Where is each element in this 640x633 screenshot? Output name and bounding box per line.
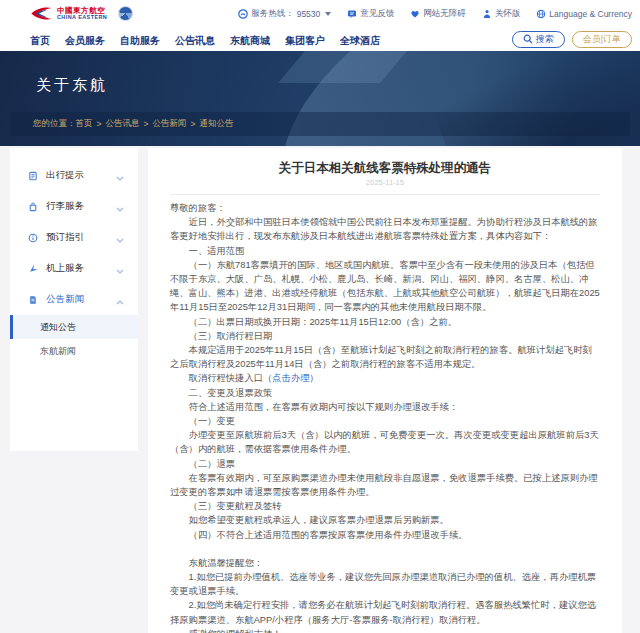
chevron-up-icon	[116, 291, 124, 309]
nav-item: 自助服务	[120, 30, 160, 48]
toplink-language-currency[interactable]: Language & Currency	[536, 8, 632, 20]
nav-item: 集团客户	[285, 30, 325, 48]
chevron-down-icon	[116, 229, 124, 247]
nav-item: 全球酒店	[340, 30, 380, 48]
main-navbar: 首页会员服务自助服务公告讯息东航商城集团客户全球酒店 搜索 会员|订单	[0, 27, 640, 51]
paragraph-text: ）	[309, 373, 318, 383]
sidebar-item-onboard-services[interactable]: 机上服务	[10, 253, 138, 284]
sidebar-subitem-notices[interactable]: 通知公告	[10, 315, 138, 339]
heart-icon	[410, 9, 420, 19]
caret-down-icon	[325, 12, 331, 16]
logo-name-en: CHINA EASTERN	[57, 15, 107, 21]
article-paragraph: （一）变更	[170, 414, 600, 428]
cancel-itinerary-link[interactable]: 点击办理	[272, 373, 309, 383]
nav-item-link[interactable]: 公告讯息	[175, 35, 215, 46]
breadcrumb-link[interactable]: 首页	[76, 118, 93, 130]
article-paragraph: 办理变更至原航班前后3天（含）以内的航班，可免费变更一次。再次变更或变更超出原航…	[170, 428, 600, 456]
chevron-down-icon	[116, 260, 124, 278]
sidebar: 出行提示行李服务预订指引机上服务公告新闻 通知公告东航新闻	[10, 148, 138, 451]
article-paragraph: （一）东航781客票填开的国际、地区或国内航班。客票中至少含有一段未使用的涉及日…	[170, 258, 600, 315]
article-paragraph: 感谢您的理解和支持！	[170, 627, 600, 633]
article-title: 关于日本相关航线客票特殊处理的通告	[170, 160, 600, 176]
clipboard-icon	[28, 171, 38, 181]
hotline-dropdown[interactable]: 服务热线： 95530	[238, 8, 331, 20]
top-utility-bar: 中國東方航空 CHINA EASTERN 服务热线： 95530 意见反馈网站无…	[0, 0, 640, 27]
article-paragraph: 一、适用范围	[170, 244, 600, 258]
topbar-links: 服务热线： 95530 意见反馈网站无障碍关怀版Language & Curre…	[238, 8, 632, 20]
article-paragraph: （四）不符合上述适用范围的客票按原客票使用条件办理退改手续。	[170, 528, 600, 542]
sidebar-item-news-announcements[interactable]: 公告新闻	[10, 284, 138, 315]
article-paragraph: （二）出票日期或换开日期：2025年11月15日12:00（含）之前。	[170, 315, 600, 329]
toplink-accessibility[interactable]: 网站无障碍	[410, 8, 466, 20]
search-button[interactable]: 搜索	[512, 31, 565, 48]
nav-item-link[interactable]: 会员服务	[65, 35, 105, 46]
nav-item-link[interactable]: 东航商城	[230, 35, 270, 46]
breadcrumb: 您的位置： 首页>公告讯息>公告新闻>通知公告	[10, 112, 630, 136]
logo-name-cn: 中國東方航空	[57, 7, 107, 15]
breadcrumb-separator: >	[190, 119, 195, 129]
article-paragraph: 近日，外交部和中国驻日本使领馆就中国公民前往日本发布郑重提醒。为协助行程涉及日本…	[170, 215, 600, 243]
breadcrumb-link[interactable]: 公告新闻	[152, 118, 186, 130]
sidebar-item-travel-tips[interactable]: 出行提示	[10, 160, 138, 191]
breadcrumb-link[interactable]: 通知公告	[199, 118, 233, 130]
bird-logo-icon	[30, 6, 52, 21]
nav-item: 东航商城	[230, 30, 270, 48]
toplink-feedback[interactable]: 意见反馈	[347, 8, 394, 20]
globe-icon	[536, 9, 546, 19]
article-paragraph: （二）退票	[170, 457, 600, 471]
toplink-label: 关怀版	[495, 8, 521, 20]
member-orders-button[interactable]: 会员|订单	[572, 31, 632, 48]
article-panel: 关于日本相关航线客票特殊处理的通告 2025-11-15 尊敬的旅客：近日，外交…	[148, 148, 622, 633]
breadcrumb-link[interactable]: 公告讯息	[105, 118, 139, 130]
nav-item-link[interactable]: 首页	[30, 35, 50, 46]
logo-text: 中國東方航空 CHINA EASTERN	[57, 7, 107, 21]
article-paragraph: 东航温馨提醒您：	[170, 556, 600, 570]
member-label: 会员|订单	[583, 33, 621, 46]
article-paragraph: 二、变更及退票政策	[170, 386, 600, 400]
page-banner: 关于东航 您的位置： 首页>公告讯息>公告新闻>通知公告	[0, 51, 640, 146]
article-paragraph: 尊敬的旅客：	[170, 201, 600, 215]
plane-icon	[28, 264, 38, 274]
hotline-label: 服务热线：	[251, 8, 294, 20]
article-paragraph: （三）取消行程日期	[170, 329, 600, 343]
nav-item: 首页	[30, 30, 50, 48]
article-paragraph: 在客票有效期内，可至原购票渠道办理未使用航段非自愿退票，免收退票手续费。已按上述…	[170, 471, 600, 499]
article-paragraph: 如您希望变更航程或承运人，建议原客票办理退票后另购新票。	[170, 513, 600, 527]
search-icon	[523, 34, 533, 44]
skyteam-logo	[118, 6, 133, 21]
nav-item-link[interactable]: 全球酒店	[340, 35, 380, 46]
search-label: 搜索	[536, 33, 554, 46]
sidebar-item-booking-guide[interactable]: 预订指引	[10, 222, 138, 253]
nav-item-link[interactable]: 集团客户	[285, 35, 325, 46]
divider	[170, 194, 600, 195]
breadcrumb-separator: >	[97, 119, 102, 129]
page-title: 关于东航	[36, 76, 108, 95]
chevron-down-icon	[116, 167, 124, 185]
nav-item: 会员服务	[65, 30, 105, 48]
hotline-number: 95530	[297, 9, 321, 19]
paragraph-text: 取消行程快捷入口（	[189, 373, 273, 383]
article-date: 2025-11-15	[170, 178, 600, 187]
sidebar-item-baggage-services[interactable]: 行李服务	[10, 191, 138, 222]
article-body: 尊敬的旅客：近日，外交部和中国驻日本使领馆就中国公民前往日本发布郑重提醒。为协助…	[170, 201, 600, 633]
sidebar-subitem-ce-news[interactable]: 东航新闻	[10, 339, 138, 363]
toplink-label: 意见反馈	[360, 8, 394, 20]
article-paragraph: 1.如您已提前办理值机、选座等业务，建议您先回原办理渠道取消已办理的值机、选座，…	[170, 570, 600, 598]
article-paragraph: 取消行程快捷入口（点击办理）	[170, 371, 600, 385]
article-paragraph: 本规定适用于2025年11月15日（含）至航班计划起飞时刻之前取消行程的旅客。航…	[170, 343, 600, 371]
toplink-label: Language & Currency	[549, 9, 632, 19]
feedback-icon	[347, 9, 357, 19]
company-logo[interactable]: 中國東方航空 CHINA EASTERN	[30, 6, 133, 21]
toplink-care-version[interactable]: 关怀版	[482, 8, 521, 20]
sidebar-item-label: 行李服务	[46, 200, 116, 213]
chevron-down-icon	[116, 198, 124, 216]
nav-item-link[interactable]: 自助服务	[120, 35, 160, 46]
info-icon	[28, 233, 38, 243]
sidebar-item-label: 预订指引	[46, 231, 116, 244]
luggage-icon	[28, 202, 38, 212]
article-paragraph: 符合上述适用范围，在客票有效期内可按以下规则办理退改手续：	[170, 400, 600, 414]
breadcrumb-separator: >	[143, 119, 148, 129]
sidebar-item-label: 出行提示	[46, 169, 116, 182]
person-icon	[482, 9, 492, 19]
article-paragraph: 2.如您尚未确定行程安排，请您务必在航班计划起飞时刻前取消行程。遇客服热线繁忙时…	[170, 598, 600, 626]
